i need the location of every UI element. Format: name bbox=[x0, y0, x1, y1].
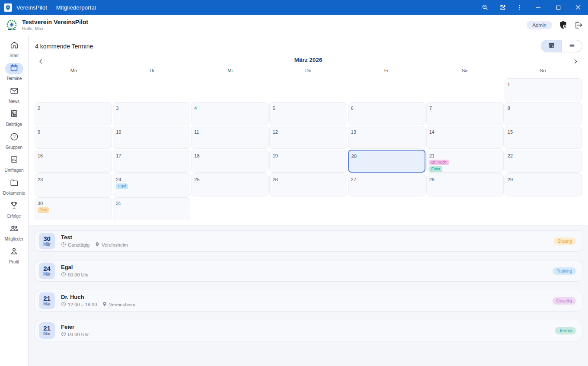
event-day: 21 bbox=[43, 325, 51, 332]
calendar-day-cell[interactable]: 20 bbox=[348, 150, 425, 173]
calendar-day-cell[interactable]: 14 bbox=[426, 126, 504, 149]
minimize-button[interactable] bbox=[528, 0, 548, 15]
calendar-day-cell[interactable]: 7 bbox=[426, 102, 504, 125]
event-chip[interactable]: Dr. Huch bbox=[429, 160, 449, 165]
calendar-week-row: 2 3 4 bbox=[35, 102, 582, 125]
event-title: Feier bbox=[61, 324, 89, 330]
day-number: 10 bbox=[116, 129, 121, 135]
calendar-day-cell[interactable]: 25 bbox=[191, 173, 268, 196]
day-event-chips: Dr. HuchFeier bbox=[429, 160, 501, 172]
home-icon bbox=[10, 40, 19, 51]
next-month-button[interactable] bbox=[570, 56, 581, 67]
sidebar-nav: Start Termine News Beiträge Gruppen Umfr… bbox=[0, 35, 29, 366]
event-month: Mär bbox=[43, 272, 51, 276]
clock-icon bbox=[61, 242, 66, 248]
calendar-day-cell[interactable]: 31 bbox=[113, 197, 190, 220]
day-number: 25 bbox=[194, 177, 199, 182]
calendar-day-cell[interactable]: 12 bbox=[269, 126, 347, 149]
day-number: 3 bbox=[116, 106, 118, 111]
calendar-view-button[interactable] bbox=[541, 40, 562, 52]
calendar-week-row: 1 bbox=[35, 78, 582, 101]
calendar-day-cell[interactable]: 21 Dr. HuchFeier bbox=[426, 150, 504, 173]
clock-icon bbox=[61, 272, 66, 278]
event-card[interactable]: 21 Mär Dr. Huch 12:00 – 18:00 bbox=[35, 290, 582, 311]
day-number: 28 bbox=[429, 177, 435, 182]
day-number: 22 bbox=[508, 153, 513, 158]
day-event-chips: Egal bbox=[116, 183, 187, 189]
calendar-day-cell[interactable]: 9 bbox=[35, 126, 112, 149]
close-button[interactable] bbox=[568, 0, 588, 15]
event-chip[interactable]: Test bbox=[38, 207, 49, 213]
calendar-grid: 1 2 3 bbox=[29, 77, 588, 221]
calendar-day-cell[interactable]: 10 bbox=[113, 126, 190, 149]
event-chip[interactable]: Egal bbox=[116, 183, 128, 189]
window-titlebar: VereinsPilot — Mitgliederportal bbox=[0, 0, 588, 15]
event-card[interactable]: 30 Mär Test Ganztägig Vereinsh bbox=[35, 230, 582, 252]
logout-icon[interactable] bbox=[574, 21, 583, 29]
weekday-label: Di bbox=[113, 68, 191, 77]
calendar-day-cell[interactable]: 2 bbox=[35, 102, 112, 125]
location-pin-icon bbox=[102, 302, 107, 308]
calendar-day-cell[interactable]: 17 bbox=[113, 150, 190, 173]
zoom-icon[interactable] bbox=[476, 0, 494, 15]
calendar-day-cell[interactable]: 16 bbox=[35, 150, 112, 173]
calendar-day-cell[interactable]: 3 bbox=[113, 102, 190, 125]
app-icon bbox=[4, 3, 12, 12]
calendar-day-cell[interactable]: 19 bbox=[269, 150, 347, 173]
sidebar-item-beitraege[interactable]: Beiträge bbox=[0, 106, 28, 129]
day-number: 1 bbox=[508, 82, 510, 87]
events-list: 30 Mär Test Ganztägig Vereinsh bbox=[29, 225, 588, 366]
menu-kebab-icon[interactable] bbox=[511, 0, 528, 15]
day-number: 19 bbox=[272, 153, 278, 158]
event-card[interactable]: 24 Mär Egal 00:00 Uhr bbox=[35, 260, 582, 282]
sidebar-item-mitglieder[interactable]: Mitglieder bbox=[0, 221, 28, 244]
calendar-day-cell[interactable]: 30 Test bbox=[35, 197, 112, 220]
calendar-nav: März 2026 bbox=[35, 55, 582, 68]
extensions-icon[interactable] bbox=[494, 0, 511, 15]
sidebar-item-start[interactable]: Start bbox=[0, 38, 28, 61]
admin-shield-icon[interactable] bbox=[559, 20, 568, 29]
calendar-day-cell[interactable]: 18 bbox=[191, 150, 268, 173]
trophy-icon bbox=[10, 201, 19, 212]
maximize-button[interactable] bbox=[548, 0, 568, 15]
calendar-day-cell[interactable]: 1 bbox=[505, 78, 582, 101]
event-date-chip: 21 Mär bbox=[39, 322, 55, 339]
sidebar-item-gruppen[interactable]: Gruppen bbox=[0, 129, 28, 152]
calendar-day-cell[interactable]: 6 bbox=[348, 102, 425, 125]
sidebar-item-erfolge[interactable]: Erfolge bbox=[0, 198, 28, 221]
day-number: 14 bbox=[429, 129, 435, 135]
calendar-day-cell[interactable]: 13 bbox=[348, 126, 425, 149]
calendar-day-cell[interactable]: 22 bbox=[505, 150, 582, 173]
event-card[interactable]: 21 Mär Feier 00:00 Uhr bbox=[35, 320, 582, 341]
day-number: 6 bbox=[351, 106, 354, 111]
event-chip[interactable]: Feier bbox=[429, 166, 443, 172]
day-number: 30 bbox=[38, 201, 43, 206]
calendar-week-row: 16 17 18 bbox=[35, 150, 582, 173]
calendar-day-cell[interactable]: 27 bbox=[348, 173, 425, 196]
event-day: 21 bbox=[43, 295, 51, 302]
upcoming-events-summary: 4 kommende Termine bbox=[35, 43, 93, 50]
folder-icon bbox=[10, 178, 19, 189]
sidebar-item-termine[interactable]: Termine bbox=[0, 61, 28, 83]
calendar-day-cell[interactable]: 26 bbox=[269, 173, 347, 196]
calendar-day-cell[interactable]: 29 bbox=[505, 173, 582, 196]
sidebar-item-news[interactable]: News bbox=[0, 83, 28, 106]
calendar-day-cell[interactable]: 4 bbox=[191, 102, 268, 125]
calendar-day-cell[interactable]: 8 bbox=[505, 102, 582, 125]
sidebar-item-umfragen[interactable]: Umfragen bbox=[0, 152, 28, 175]
day-number: 9 bbox=[38, 129, 40, 135]
event-category-badge: Training bbox=[553, 267, 576, 275]
day-number: 8 bbox=[508, 106, 510, 111]
calendar-day-cell[interactable]: 23 bbox=[35, 173, 112, 196]
calendar-day-cell[interactable]: 5 bbox=[269, 102, 347, 125]
calendar-day-cell[interactable]: 15 bbox=[505, 126, 582, 149]
calendar-day-cell[interactable]: 28 bbox=[426, 173, 504, 196]
day-number: 2 bbox=[38, 106, 40, 111]
calendar-day-cell[interactable]: 24 Egal bbox=[113, 173, 190, 196]
calendar-day-cell[interactable]: 11 bbox=[191, 126, 268, 149]
list-view-button[interactable] bbox=[562, 40, 582, 52]
event-time: 12:00 – 18:00 bbox=[61, 302, 97, 308]
sidebar-item-dokumente[interactable]: Dokumente bbox=[0, 175, 28, 198]
weekday-label: So bbox=[504, 68, 582, 77]
sidebar-item-profil[interactable]: Profil bbox=[0, 244, 28, 267]
